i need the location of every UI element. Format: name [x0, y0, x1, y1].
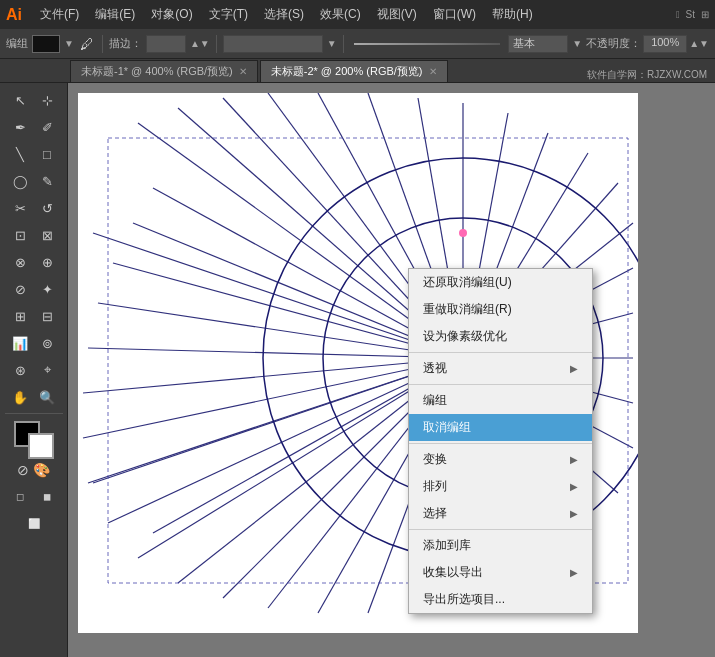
color-icon[interactable]: 🎨 [33, 462, 50, 478]
tab-1-label: 未标题-1* @ 400% (RGB/预览) [81, 64, 233, 79]
tool-hand[interactable]: ✋ [7, 384, 33, 410]
color-boxes [14, 421, 54, 459]
ctx-perspective-arrow: ▶ [570, 363, 578, 374]
tool-chart[interactable]: 📊 [7, 330, 33, 356]
tool-zoom[interactable]: 🔍 [34, 384, 60, 410]
tool-slice[interactable]: ⌖ [34, 357, 60, 383]
ctx-sep-4 [409, 529, 592, 530]
ctx-arrange[interactable]: 排列 ▶ [409, 473, 592, 500]
tab-1-close[interactable]: ✕ [239, 66, 247, 77]
toolbar-stroke-label: 描边： [109, 36, 142, 51]
tool-select[interactable]: ↖ [7, 87, 33, 113]
menu-window[interactable]: 窗口(W) [425, 2, 484, 27]
toolbar-brush-input[interactable] [223, 35, 323, 53]
context-menu: 还原取消编组(U) 重做取消编组(R) 设为像素级优化 透视 ▶ 编组 取消编组 [408, 268, 593, 614]
menu-object[interactable]: 对象(O) [143, 2, 200, 27]
opacity-area: 不透明度： 100% ▲▼ [586, 35, 709, 53]
menu-edit[interactable]: 编辑(E) [87, 2, 143, 27]
tool-rect[interactable]: □ [34, 141, 60, 167]
toolbar-mode-label: 编组 [6, 36, 28, 51]
toolbar: 编组 ▼ 🖊 描边： ▲▼ ▼ 基本 ▼ 不透明度： 100% ▲▼ [0, 29, 715, 59]
tool-pen[interactable]: ✒ [7, 114, 33, 140]
ctx-pixel-optimize[interactable]: 设为像素级优化 [409, 323, 592, 350]
menu-bar: Ai 文件(F) 编辑(E) 对象(O) 文字(T) 选择(S) 效果(C) 视… [0, 0, 715, 29]
ctx-collect-arrow: ▶ [570, 567, 578, 578]
ctx-group[interactable]: 编组 [409, 387, 592, 414]
tool-blend[interactable]: ⊘ [7, 276, 33, 302]
tool-scissors[interactable]: ✂ [7, 195, 33, 221]
ctx-transform[interactable]: 变换 ▶ [409, 446, 592, 473]
color-mode-icons: ⊘ 🎨 [17, 462, 50, 478]
tool-symbol[interactable]: ⊚ [34, 330, 60, 356]
background-color[interactable] [28, 433, 54, 459]
tool-direct-select[interactable]: ⊹ [34, 87, 60, 113]
toolbar-color-box[interactable] [32, 35, 60, 53]
menu-help[interactable]: 帮助(H) [484, 2, 541, 27]
tool-brush[interactable]: ✎ [34, 168, 60, 194]
main-area: ↖ ⊹ ✒ ✐ ╲ □ ◯ ✎ ✂ ↺ ⊡ ⊠ ⊗ ⊕ ⊘ ✦ [0, 83, 715, 657]
draw-mode-normal[interactable]: ◻ [7, 483, 33, 509]
ctx-select[interactable]: 选择 ▶ [409, 500, 592, 527]
tool-width[interactable]: ⊕ [34, 249, 60, 275]
app-logo: Ai [6, 6, 22, 24]
tool-mesh[interactable]: ⊞ [7, 303, 33, 329]
tool-line[interactable]: ╲ [7, 141, 33, 167]
menu-effect[interactable]: 效果(C) [312, 2, 369, 27]
opacity-input[interactable]: 100% [643, 35, 687, 53]
menu-text[interactable]: 文字(T) [201, 2, 256, 27]
svg-point-45 [459, 229, 467, 237]
tabs-bar: 未标题-1* @ 400% (RGB/预览) ✕ 未标题-2* @ 200% (… [0, 59, 715, 83]
menu-select[interactable]: 选择(S) [256, 2, 312, 27]
tab-right-info: 软件自学网：RJZXW.COM [579, 68, 715, 82]
ctx-arrange-arrow: ▶ [570, 481, 578, 492]
ctx-perspective[interactable]: 透视 ▶ [409, 355, 592, 382]
canvas-area: // We'll just inline the lines as SVG pa… [68, 83, 715, 657]
ctx-collect-export[interactable]: 收集以导出 ▶ [409, 559, 592, 586]
ctx-add-library[interactable]: 添加到库 [409, 532, 592, 559]
left-toolbar: ↖ ⊹ ✒ ✐ ╲ □ ◯ ✎ ✂ ↺ ⊡ ⊠ ⊗ ⊕ ⊘ ✦ [0, 83, 68, 657]
tab-1[interactable]: 未标题-1* @ 400% (RGB/预览) ✕ [70, 60, 258, 82]
menu-file[interactable]: 文件(F) [32, 2, 87, 27]
tab-2[interactable]: 未标题-2* @ 200% (RGB/预览) ✕ [260, 60, 448, 82]
tab-2-close[interactable]: ✕ [429, 66, 437, 77]
draw-mode-inside[interactable]: ◼ [34, 483, 60, 509]
ctx-ungroup[interactable]: 取消编组 [409, 414, 592, 441]
svg-line-32 [83, 358, 463, 438]
ctx-undo-ungroup[interactable]: 还原取消编组(U) [409, 269, 592, 296]
svg-line-33 [83, 358, 463, 393]
opacity-label: 不透明度： [586, 36, 641, 51]
ctx-redo-ungroup[interactable]: 重做取消编组(R) [409, 296, 592, 323]
view-mode[interactable]: ⬜ [21, 510, 47, 536]
tool-eyedrop[interactable]: ✦ [34, 276, 60, 302]
ctx-transform-arrow: ▶ [570, 454, 578, 465]
ctx-sep-3 [409, 443, 592, 444]
tool-mirror[interactable]: ⊡ [7, 222, 33, 248]
tab-2-label: 未标题-2* @ 200% (RGB/预览) [271, 64, 423, 79]
tool-artboard[interactable]: ⊛ [7, 357, 33, 383]
tool-scale[interactable]: ⊠ [34, 222, 60, 248]
ctx-sep-1 [409, 352, 592, 353]
none-color-icon[interactable]: ⊘ [17, 462, 29, 478]
tool-gradient[interactable]: ⊟ [34, 303, 60, 329]
tool-warp[interactable]: ⊗ [7, 249, 33, 275]
tool-type[interactable]: ✐ [34, 114, 60, 140]
tool-ellipse[interactable]: ◯ [7, 168, 33, 194]
toolbar-stroke-input[interactable] [146, 35, 186, 53]
ctx-sep-2 [409, 384, 592, 385]
menu-view[interactable]: 视图(V) [369, 2, 425, 27]
ctx-select-arrow: ▶ [570, 508, 578, 519]
toolbar-base-input[interactable]: 基本 [508, 35, 568, 53]
tool-rotate[interactable]: ↺ [34, 195, 60, 221]
ctx-export-selected[interactable]: 导出所选项目... [409, 586, 592, 613]
